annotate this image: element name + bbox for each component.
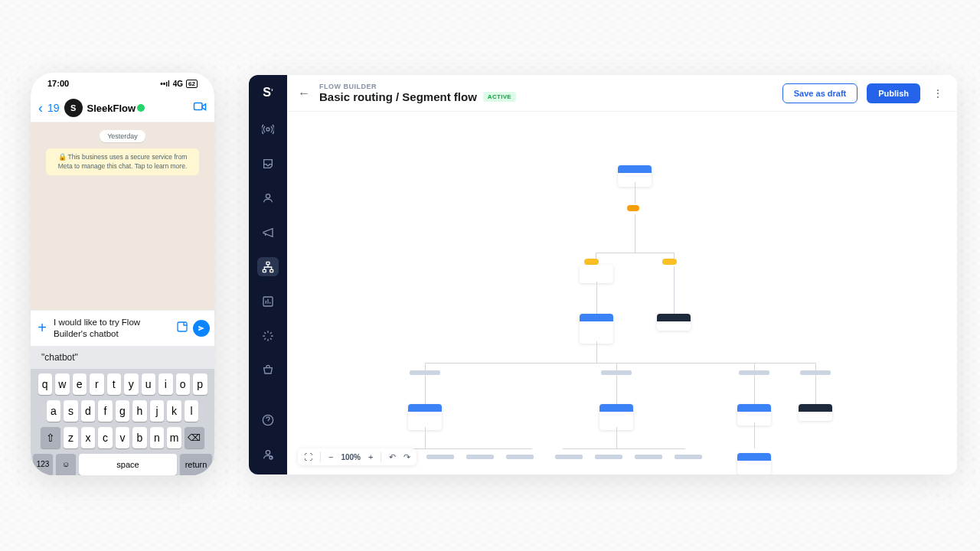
leaf-label[interactable] <box>675 455 702 459</box>
connector <box>754 422 755 448</box>
leaf-label[interactable] <box>426 455 454 459</box>
branch-pill[interactable] <box>584 259 599 265</box>
shift-key[interactable]: ⇧ <box>41 427 60 448</box>
key-p[interactable]: p <box>193 373 207 395</box>
connector <box>815 363 816 370</box>
nav-settings-icon[interactable] <box>257 445 279 464</box>
key-r[interactable]: r <box>90 373 104 395</box>
key-y[interactable]: y <box>124 373 139 395</box>
flow-canvas[interactable]: ⛶ − 100% + ↶ ↷ <box>287 112 957 474</box>
flow-node[interactable] <box>580 265 613 283</box>
nav-broadcast-icon[interactable] <box>257 119 279 139</box>
svg-point-9 <box>266 450 270 454</box>
connector <box>635 214 635 253</box>
leaf-label[interactable] <box>506 455 534 459</box>
key-d[interactable]: d <box>81 400 96 422</box>
key-e[interactable]: e <box>73 373 87 395</box>
space-key[interactable]: space <box>79 454 177 475</box>
fullscreen-icon[interactable]: ⛶ <box>304 452 312 461</box>
nav-contacts-icon[interactable] <box>257 188 279 207</box>
back-arrow-icon[interactable]: ‹ <box>38 100 43 116</box>
nav-analytics-icon[interactable] <box>257 292 279 311</box>
key-f[interactable]: f <box>98 400 113 422</box>
nav-inbox-icon[interactable] <box>257 154 279 173</box>
flow-node[interactable] <box>599 404 633 430</box>
key-w[interactable]: w <box>55 373 70 395</box>
connector <box>616 427 617 448</box>
flow-node[interactable] <box>408 404 442 430</box>
connector <box>563 448 685 449</box>
connector <box>674 253 675 259</box>
leaf-label[interactable] <box>555 455 583 459</box>
logo[interactable]: S› <box>263 86 273 99</box>
key-b[interactable]: b <box>132 427 147 448</box>
key-a[interactable]: a <box>47 400 61 422</box>
message-input[interactable]: I would like to try Flow Builder's chatb… <box>54 317 172 340</box>
send-button[interactable] <box>193 320 210 337</box>
connector <box>596 253 674 253</box>
key-q[interactable]: q <box>38 373 53 395</box>
key-i[interactable]: i <box>158 373 173 395</box>
leaf-label[interactable] <box>466 455 494 459</box>
nav-help-icon[interactable] <box>257 410 279 429</box>
leaf-label[interactable] <box>595 455 622 459</box>
key-l[interactable]: l <box>185 400 199 422</box>
leaf-label[interactable] <box>635 455 662 459</box>
save-draft-button[interactable]: Save as draft <box>782 83 858 103</box>
backspace-key[interactable]: ⌫ <box>185 427 204 448</box>
publish-button[interactable]: Publish <box>867 83 920 103</box>
flow-node[interactable] <box>737 453 771 474</box>
redo-button[interactable]: ↷ <box>403 452 410 462</box>
key-j[interactable]: j <box>150 400 165 422</box>
sticker-icon[interactable] <box>176 321 188 335</box>
flow-node[interactable] <box>580 314 613 344</box>
numeric-key[interactable]: 123 <box>33 454 53 475</box>
security-notice[interactable]: 🔒This business uses a secure service fro… <box>46 148 199 175</box>
undo-button[interactable]: ↶ <box>389 452 396 462</box>
key-z[interactable]: z <box>64 427 78 448</box>
back-count[interactable]: 19 <box>47 102 60 114</box>
back-button[interactable]: ← <box>298 86 310 100</box>
signal-icon: ••ıl <box>160 80 170 88</box>
svg-rect-1 <box>178 322 187 331</box>
emoji-key[interactable]: ☺ <box>56 454 76 475</box>
key-k[interactable]: k <box>167 400 181 422</box>
key-h[interactable]: h <box>132 400 147 422</box>
key-u[interactable]: u <box>142 373 156 395</box>
key-o[interactable]: o <box>176 373 191 395</box>
video-call-icon[interactable] <box>193 101 207 115</box>
key-t[interactable]: t <box>107 373 122 395</box>
svg-point-3 <box>266 194 270 197</box>
avatar[interactable]: S <box>64 99 83 117</box>
nav-commerce-icon[interactable] <box>257 360 279 380</box>
nav-campaign-icon[interactable] <box>257 223 279 242</box>
chat-header: ‹ 19 S SleekFlow <box>31 94 214 122</box>
flow-node[interactable] <box>657 314 691 331</box>
network-label: 4G <box>173 80 183 88</box>
return-key[interactable]: return <box>180 454 212 475</box>
zoom-out-button[interactable]: − <box>328 452 333 461</box>
connector <box>635 182 635 204</box>
zoom-in-button[interactable]: + <box>368 452 373 461</box>
nav-flow-icon[interactable] <box>257 257 279 276</box>
nav-integrations-icon[interactable] <box>257 326 279 345</box>
key-m[interactable]: m <box>167 427 181 448</box>
flow-node[interactable] <box>799 404 832 421</box>
contact-name[interactable]: SleekFlow <box>87 103 188 114</box>
branch-pill[interactable] <box>662 259 677 265</box>
connector <box>616 375 617 404</box>
keyboard-suggestion[interactable]: "chatbot" <box>31 346 214 369</box>
connector <box>425 375 426 404</box>
node-header <box>657 314 691 321</box>
key-g[interactable]: g <box>116 400 130 422</box>
attach-icon[interactable]: + <box>35 319 49 337</box>
more-menu-icon[interactable]: ⋮ <box>929 87 946 99</box>
key-c[interactable]: c <box>98 427 113 448</box>
condition-pill[interactable] <box>627 205 639 211</box>
key-s[interactable]: s <box>64 400 78 422</box>
keyboard-row-3: ⇧ z x c v b n m ⌫ <box>33 427 212 448</box>
key-v[interactable]: v <box>116 427 130 448</box>
flow-builder-window: S› ← FLOW BUILDER Basic routing / Segmen… <box>249 75 957 474</box>
key-x[interactable]: x <box>81 427 96 448</box>
key-n[interactable]: n <box>150 427 165 448</box>
